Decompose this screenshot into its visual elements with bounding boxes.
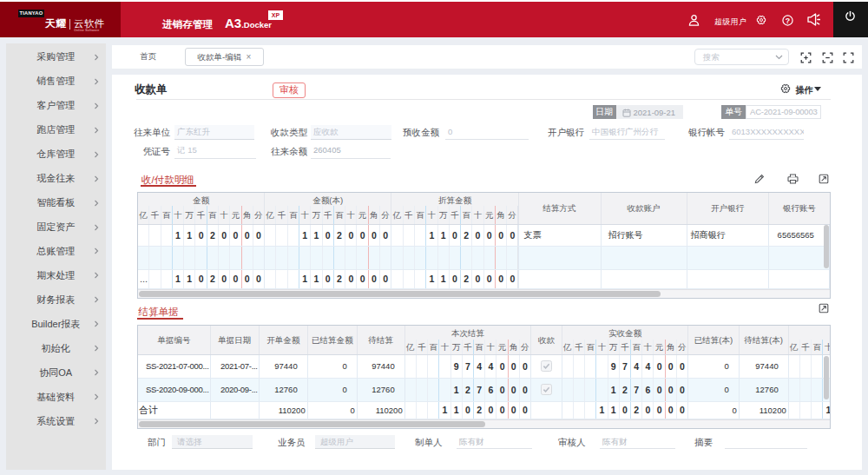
svg-text:?: ? <box>786 16 790 24</box>
